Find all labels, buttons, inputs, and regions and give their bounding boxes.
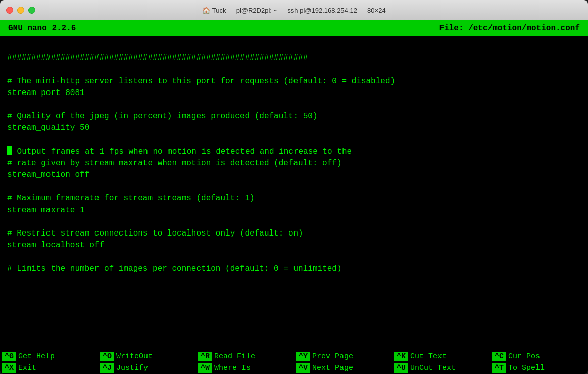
shortcut-prev-page[interactable]: ^Y Prev Page bbox=[294, 352, 392, 361]
shortcut-key-v: ^V bbox=[296, 363, 310, 373]
shortcut-read-file[interactable]: ^R Read File bbox=[196, 352, 294, 361]
maximize-button[interactable] bbox=[28, 7, 35, 14]
editor-line: # Limits the number of images per connec… bbox=[7, 263, 581, 275]
shortcut-label-to-spell: To Spell bbox=[508, 364, 545, 372]
shortcut-exit[interactable]: ^X Exit bbox=[0, 363, 98, 373]
shortcut-label-get-help: Get Help bbox=[18, 352, 55, 361]
shortcut-row-1: ^G Get Help ^O WriteOut ^R Read File ^Y … bbox=[0, 351, 588, 362]
editor-line bbox=[7, 251, 581, 263]
shortcut-label-writeout: WriteOut bbox=[116, 352, 153, 361]
shortcut-key-y: ^Y bbox=[296, 352, 310, 361]
editor-line bbox=[7, 134, 581, 146]
shortcut-label-read-file: Read File bbox=[214, 352, 255, 361]
editor-line: stream_maxrate 1 bbox=[7, 205, 581, 216]
editor-area[interactable]: ########################################… bbox=[0, 36, 588, 351]
shortcut-key-c: ^C bbox=[492, 352, 506, 361]
shortcut-label-exit: Exit bbox=[18, 364, 36, 372]
editor-line: # rate given by stream_maxrate when moti… bbox=[7, 158, 581, 169]
editor-line bbox=[7, 64, 581, 75]
editor-line: # The mini-http server listens to this p… bbox=[7, 76, 581, 87]
title-icon: 🏠 bbox=[202, 7, 212, 14]
editor-line bbox=[7, 181, 581, 193]
shortcut-key-r: ^R bbox=[198, 352, 212, 361]
shortcut-label-prev-page: Prev Page bbox=[312, 352, 353, 361]
shortcut-label-uncut-text: UnCut Text bbox=[410, 364, 456, 372]
shortcut-where-is[interactable]: ^W Where Is bbox=[196, 363, 294, 373]
shortcut-writeout[interactable]: ^O WriteOut bbox=[98, 352, 196, 361]
shortcut-key-w: ^W bbox=[198, 363, 212, 373]
shortcut-get-help[interactable]: ^G Get Help bbox=[0, 352, 98, 361]
editor-line: # Restrict stream connections to localho… bbox=[7, 228, 581, 240]
nano-header: GNU nano 2.2.6 File: /etc/motion/motion.… bbox=[0, 20, 588, 36]
shortcut-to-spell[interactable]: ^T To Spell bbox=[490, 363, 588, 373]
traffic-lights bbox=[6, 7, 35, 14]
file-path: File: /etc/motion/motion.conf bbox=[439, 24, 580, 33]
editor-line: stream_quality 50 bbox=[7, 122, 581, 134]
shortcut-key-o: ^O bbox=[100, 352, 114, 361]
shortcut-label-justify: Justify bbox=[116, 364, 148, 372]
shortcut-key-u: ^U bbox=[394, 363, 408, 373]
editor-line: stream_motion off bbox=[7, 169, 581, 181]
close-button[interactable] bbox=[6, 7, 13, 14]
terminal-window: 🏠 Tuck — pi@R2D2pi: ~ — ssh pi@192.168.2… bbox=[0, 0, 588, 374]
window-title: 🏠 Tuck — pi@R2D2pi: ~ — ssh pi@192.168.2… bbox=[202, 7, 385, 14]
shortcut-label-next-page: Next Page bbox=[312, 364, 353, 372]
shortcut-uncut-text[interactable]: ^U UnCut Text bbox=[392, 363, 490, 373]
cursor bbox=[7, 146, 12, 155]
editor-line bbox=[7, 216, 581, 228]
shortcut-next-page[interactable]: ^V Next Page bbox=[294, 363, 392, 373]
shortcut-key-x: ^X bbox=[2, 363, 16, 373]
nano-version: GNU nano 2.2.6 bbox=[8, 24, 76, 33]
editor-line: stream_port 8081 bbox=[7, 87, 581, 99]
minimize-button[interactable] bbox=[17, 7, 24, 14]
shortcut-justify[interactable]: ^J Justify bbox=[98, 363, 196, 373]
shortcut-label-cur-pos: Cur Pos bbox=[508, 352, 540, 361]
shortcut-key-t: ^T bbox=[492, 363, 506, 373]
editor-line bbox=[7, 40, 581, 52]
editor-line: # Quality of the jpeg (in percent) image… bbox=[7, 111, 581, 122]
title-bar: 🏠 Tuck — pi@R2D2pi: ~ — ssh pi@192.168.2… bbox=[0, 0, 588, 20]
shortcut-key-g: ^G bbox=[2, 352, 16, 361]
shortcut-label-cut-text: Cut Text bbox=[410, 352, 447, 361]
editor-line-cursor: Output frames at 1 fps when no motion is… bbox=[7, 146, 581, 158]
shortcut-cut-text[interactable]: ^K Cut Text bbox=[392, 352, 490, 361]
editor-line: stream_localhost off bbox=[7, 240, 581, 251]
editor-line bbox=[7, 99, 581, 111]
status-bar: ^G Get Help ^O WriteOut ^R Read File ^Y … bbox=[0, 351, 588, 374]
shortcut-cur-pos[interactable]: ^C Cur Pos bbox=[490, 352, 588, 361]
shortcut-label-where-is: Where Is bbox=[214, 364, 251, 372]
editor-line: # Maximum framerate for stream streams (… bbox=[7, 193, 581, 204]
editor-line: ########################################… bbox=[7, 52, 581, 64]
shortcut-key-j: ^J bbox=[100, 363, 114, 373]
shortcut-row-2: ^X Exit ^J Justify ^W Where Is ^V Next P… bbox=[0, 362, 588, 374]
shortcut-key-k: ^K bbox=[394, 352, 408, 361]
